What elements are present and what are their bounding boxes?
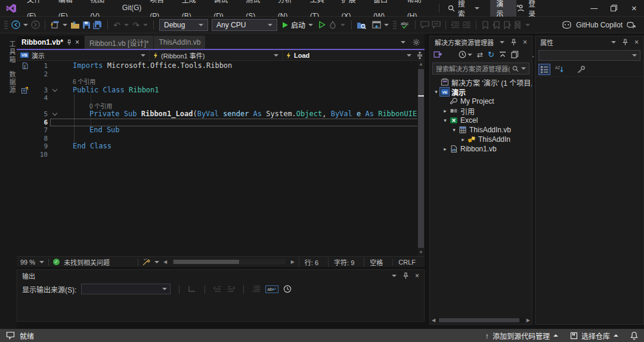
code-row[interactable]: 5Private Sub Ribbon1_Load(ByVal sender A… (17, 110, 425, 119)
code-line-body[interactable]: End Sub (50, 126, 425, 135)
pin-icon[interactable] (67, 39, 72, 46)
find-in-files-button[interactable] (355, 18, 367, 32)
new-project-button[interactable] (49, 18, 61, 32)
fold-chevron-icon[interactable] (50, 86, 60, 95)
code-row[interactable]: 6 (17, 119, 425, 127)
configuration-dropdown[interactable]: Debug (159, 19, 208, 31)
expander-icon[interactable]: ▾ (450, 127, 458, 133)
search-options-dropdown-icon[interactable] (521, 67, 526, 70)
sync-with-active-document-icon[interactable]: ⇄ (477, 51, 483, 59)
type-dropdown[interactable]: (Ribbon1 事件) (150, 50, 283, 60)
bookmarks-dropdown-icon[interactable] (525, 24, 530, 26)
scroll-up-icon[interactable]: ▲ (417, 61, 425, 68)
code-row[interactable]: 4 (17, 94, 425, 102)
spaces-indicator[interactable]: 空格 (364, 257, 388, 267)
output-title-bar[interactable]: 输出 × (17, 270, 424, 282)
code-line-body[interactable] (50, 94, 425, 102)
expander-icon[interactable]: ▸ (459, 136, 467, 142)
search-control[interactable]: 搜索 (443, 0, 484, 18)
show-all-files-icon[interactable] (511, 51, 519, 58)
eol-indicator[interactable]: CRLF (392, 259, 421, 266)
column-indicator[interactable]: 字符: 9 (328, 257, 360, 267)
code-line-body[interactable] (50, 151, 425, 159)
solution-explorer-horizontal-scrollbar[interactable]: ◀ ▶ (430, 316, 532, 324)
tree-item-5[interactable]: ▾ThisAddIn.vb (430, 125, 532, 135)
close-icon[interactable]: × (523, 38, 527, 46)
refresh-icon[interactable]: ↻ (488, 50, 494, 59)
previous-message-icon[interactable] (213, 285, 222, 293)
code-row[interactable]: 10 (17, 151, 425, 159)
previous-bookmark-button[interactable] (491, 18, 501, 32)
editor-vertical-scrollbar[interactable]: ▲ ▼ (417, 61, 425, 256)
new-project-dropdown-icon[interactable] (63, 24, 67, 26)
word-wrap-icon[interactable]: ab↵ (265, 285, 278, 293)
navigate-back-button[interactable] (10, 18, 21, 32)
solution-explorer-dropdown-icon[interactable] (384, 24, 389, 26)
collapse-all-icon[interactable] (499, 51, 506, 58)
pending-changes-filter-icon[interactable] (459, 51, 472, 58)
toolbar-grip[interactable] (4, 20, 8, 30)
decrease-indent-button[interactable] (450, 18, 461, 32)
expander-icon[interactable]: ▾ (441, 117, 449, 123)
toolbar-grip[interactable] (393, 20, 397, 30)
undo-dropdown-icon[interactable] (124, 24, 129, 26)
close-icon[interactable]: × (634, 38, 639, 46)
expander-icon[interactable]: ▾ (432, 89, 440, 95)
output-source-dropdown[interactable] (81, 284, 171, 294)
comment-button[interactable] (419, 18, 431, 32)
codelens-row[interactable]: 0 个引用 (17, 102, 425, 111)
redo-button[interactable]: ↷ (131, 18, 141, 32)
gear-icon[interactable] (413, 39, 420, 46)
timestamp-icon[interactable] (283, 285, 292, 293)
split-editor-handle[interactable] (415, 50, 425, 60)
code-line-body[interactable]: 6 个引用 (50, 78, 425, 86)
project-scope-dropdown[interactable]: VB 演示 (17, 50, 150, 60)
property-pages-icon[interactable] (577, 66, 586, 73)
properties-title-bar[interactable]: 属性 × (535, 36, 643, 48)
clear-bookmarks-button[interactable] (512, 18, 523, 32)
side-tab-0[interactable]: 工具箱 (0, 41, 17, 64)
tree-item-1[interactable]: ▾VB演示 (430, 87, 532, 97)
redo-dropdown-icon[interactable] (143, 24, 148, 26)
code-row[interactable]: 7End Sub (17, 126, 425, 135)
pin-icon[interactable] (403, 272, 408, 279)
notifications-bell-icon[interactable] (630, 331, 638, 340)
feedback-icon[interactable] (6, 331, 15, 340)
pin-icon[interactable] (623, 39, 628, 46)
tree-item-6[interactable]: ▸ThisAddIn (430, 135, 532, 144)
code-row[interactable]: 3Public Class Ribbon1 (17, 86, 425, 95)
minimize-button[interactable]: — (584, 0, 604, 17)
codelens-row[interactable]: 6 个引用 (17, 78, 425, 86)
next-bookmark-button[interactable] (501, 18, 512, 32)
increase-indent-button[interactable] (461, 18, 472, 32)
scroll-down-icon[interactable]: ▼ (417, 249, 425, 256)
save-all-button[interactable] (92, 18, 104, 32)
switch-views-icon[interactable] (434, 51, 442, 58)
hscroll-left-icon[interactable]: ◀ (163, 259, 167, 265)
zoom-dropdown-icon[interactable] (39, 261, 44, 263)
editor-horizontal-scrollbar[interactable] (172, 259, 285, 265)
close-button[interactable]: × (624, 0, 644, 17)
expander-icon[interactable]: ▸ (441, 146, 449, 152)
zoom-level[interactable]: 99 % (20, 259, 35, 266)
tree-item-7[interactable]: ▸VBRibbon1.vb (430, 144, 532, 154)
class-glyph-icon[interactable] (17, 86, 32, 95)
close-tab-icon[interactable]: × (75, 38, 79, 46)
code-cleanup-dropdown-icon[interactable] (154, 261, 159, 263)
navigate-back-dropdown-icon[interactable] (23, 24, 28, 26)
fold-chevron-icon[interactable] (50, 110, 60, 119)
window-position-dropdown-icon[interactable] (611, 41, 616, 43)
start-without-debugging-button[interactable] (317, 18, 327, 32)
start-dropdown-icon[interactable] (308, 24, 313, 26)
code-line-body[interactable] (50, 70, 425, 79)
window-position-dropdown-icon[interactable] (392, 275, 397, 277)
expander-icon[interactable]: ▸ (441, 108, 449, 114)
save-button[interactable] (81, 18, 92, 32)
document-tab-1[interactable]: Ribbon1.vb [设计]* (85, 36, 153, 49)
toggle-bookmark-button[interactable] (480, 18, 491, 32)
code-line-body[interactable] (50, 119, 425, 127)
tree-item-2[interactable]: My Project (430, 97, 532, 106)
jump-to-message-icon[interactable] (188, 285, 196, 293)
code-cleanup-icon[interactable] (143, 258, 150, 266)
object-selector-dropdown[interactable] (538, 50, 640, 61)
